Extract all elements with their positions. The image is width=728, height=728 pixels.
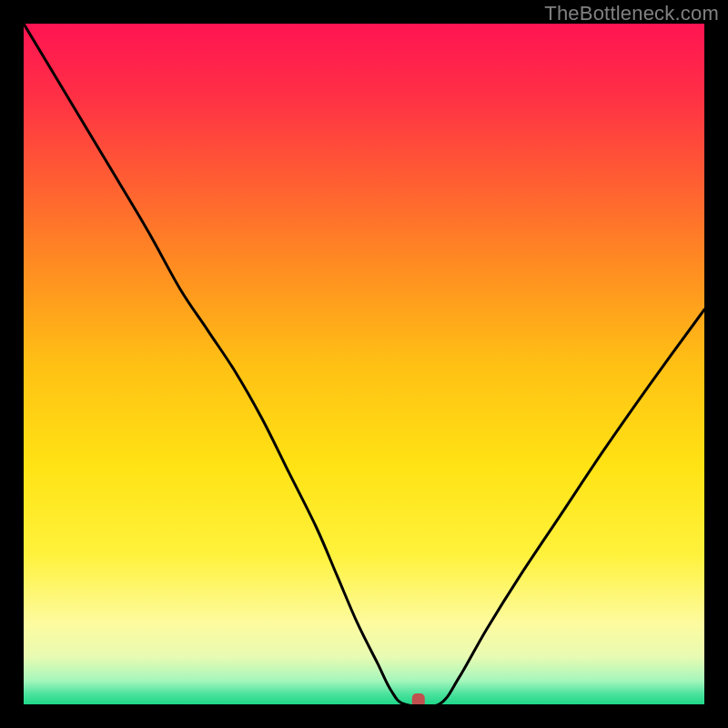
plot-area (24, 24, 704, 704)
bottleneck-chart (24, 24, 704, 704)
watermark-text: TheBottleneck.com (544, 2, 719, 25)
chart-frame: TheBottleneck.com (0, 0, 728, 728)
optimal-point-marker (412, 693, 425, 704)
gradient-background (24, 24, 704, 704)
